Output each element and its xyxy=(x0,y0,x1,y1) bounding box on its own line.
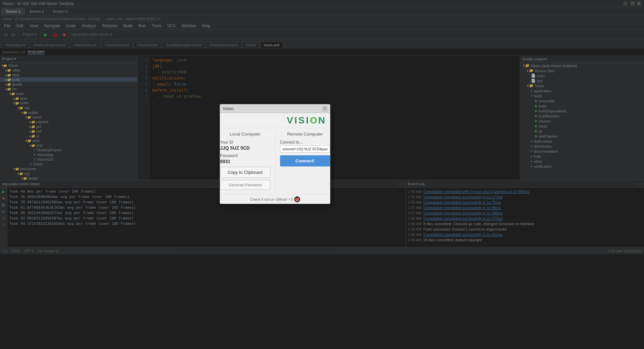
connect-input[interactable] xyxy=(280,145,330,153)
github-text: Check it out on Github! <3 xyxy=(250,197,293,201)
local-computer-col: Local Computer Your ID JJQ 5UZ 5CD Passw… xyxy=(220,132,270,192)
dialog-title-text: Vision xyxy=(223,106,233,111)
connect-button[interactable]: Connect! xyxy=(280,155,330,166)
github-footer: Check it out on Github! <3 🐙 xyxy=(220,194,330,204)
your-id-value: JJQ 5UZ 5CD xyxy=(220,145,270,151)
copy-to-clipboard-button[interactable]: Copy to Clipboard xyxy=(220,167,270,178)
generate-password-button[interactable]: Generate Password xyxy=(220,180,270,190)
dialog-columns: Local Computer Your ID JJQ 5UZ 5CD Passw… xyxy=(220,132,330,192)
dialog-overlay: Vision ✕ VISION Local Computer Your ID J… xyxy=(0,0,644,349)
dialog-close-button[interactable]: ✕ xyxy=(322,106,327,111)
dialog-divider xyxy=(275,132,275,192)
your-id-field: Your ID JJQ 5UZ 5CD xyxy=(220,140,270,151)
local-computer-header: Local Computer xyxy=(220,132,270,137)
password-label: Password xyxy=(220,153,270,158)
password-field: Password 8931 xyxy=(220,153,270,164)
vision-dialog: Vision ✕ VISION Local Computer Your ID J… xyxy=(220,104,330,204)
github-icon[interactable]: 🐙 xyxy=(294,196,300,202)
password-value: 8931 xyxy=(220,159,270,164)
remote-computer-col: Remote Computer Connect to... Connect! xyxy=(280,132,330,192)
dialog-title-bar: Vision ✕ xyxy=(220,104,330,113)
your-id-label: Your ID xyxy=(220,140,270,145)
vision-logo: VISION xyxy=(220,113,330,128)
connect-to-label: Connect to... xyxy=(280,140,330,145)
remote-computer-header: Remote Computer xyxy=(280,132,330,137)
